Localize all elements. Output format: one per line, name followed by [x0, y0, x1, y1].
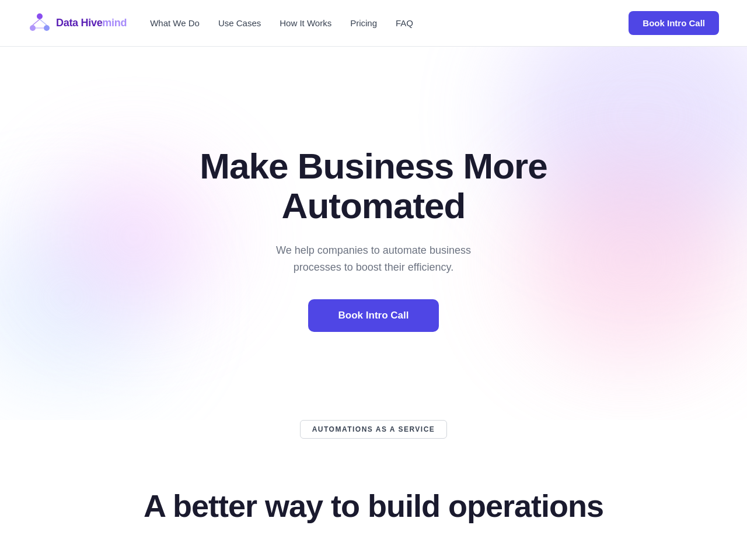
navbar-left: Data Hivemind What We Do Use Cases How I… [28, 12, 413, 35]
svg-point-1 [30, 25, 36, 31]
nav-link-pricing[interactable]: Pricing [350, 18, 377, 28]
hero-subtitle: We help companies to automate business p… [228, 242, 519, 276]
nav-links: What We Do Use Cases How It Works Pricin… [150, 18, 413, 29]
section-badge-wrapper: AUTOMATIONS AS A SERVICE [0, 420, 747, 439]
hero-content: Make Business More Automated We help com… [140, 146, 607, 332]
nav-link-faq[interactable]: FAQ [396, 18, 413, 28]
better-way-title: A better way to build operations [28, 488, 719, 524]
navbar: Data Hivemind What We Do Use Cases How I… [0, 0, 747, 47]
svg-line-4 [40, 19, 47, 25]
hero-section: Make Business More Automated We help com… [0, 47, 747, 420]
svg-line-3 [33, 19, 40, 25]
book-intro-call-hero-button[interactable]: Book Intro Call [308, 299, 439, 332]
nav-item-use-cases[interactable]: Use Cases [218, 18, 261, 29]
nav-item-faq[interactable]: FAQ [396, 18, 413, 29]
logo[interactable]: Data Hivemind [28, 12, 127, 35]
nav-link-what-we-do[interactable]: What We Do [150, 18, 200, 28]
nav-link-how-it-works[interactable]: How It Works [280, 18, 331, 28]
hero-title: Make Business More Automated [140, 146, 607, 226]
svg-point-2 [44, 25, 50, 31]
lower-section: AUTOMATIONS AS A SERVICE A better way to… [0, 420, 747, 547]
section-badge: AUTOMATIONS AS A SERVICE [300, 420, 448, 439]
nav-item-pricing[interactable]: Pricing [350, 18, 377, 29]
better-way-section: A better way to build operations [0, 453, 747, 547]
nav-item-how-it-works[interactable]: How It Works [280, 18, 331, 29]
nav-item-what-we-do[interactable]: What We Do [150, 18, 200, 29]
book-intro-call-nav-button[interactable]: Book Intro Call [629, 11, 719, 35]
nav-link-use-cases[interactable]: Use Cases [218, 18, 261, 28]
logo-text: Data Hivemind [56, 17, 127, 29]
svg-point-0 [37, 13, 43, 19]
logo-icon [28, 12, 51, 35]
